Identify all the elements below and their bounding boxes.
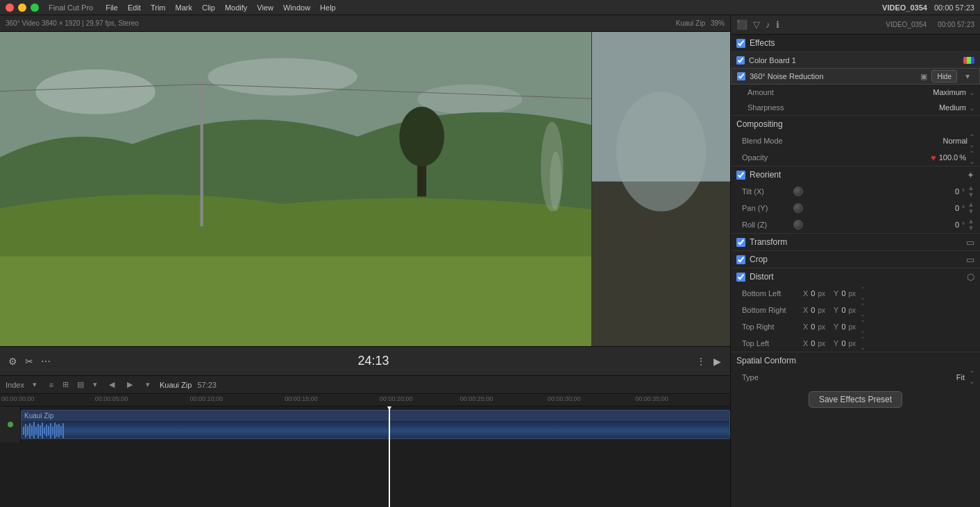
roll-knob[interactable]: [793, 220, 803, 230]
spatial-type-stepper[interactable]: ⌃⌄: [969, 370, 974, 385]
top-left-y-label: Y: [834, 339, 838, 347]
minimize-button[interactable]: [18, 3, 26, 12]
effects-title: Effects: [750, 38, 775, 48]
menu-clip[interactable]: Clip: [202, 3, 215, 12]
save-effects-preset-button[interactable]: Save Effects Preset: [809, 391, 902, 408]
menu-trim[interactable]: Trim: [151, 3, 166, 12]
track-clip[interactable]: Kuaui Zip: [21, 410, 730, 439]
color-board-row: Color Board 1: [731, 51, 980, 68]
timeline-dropdown-icon[interactable]: ▾: [28, 379, 41, 391]
video-canvas: [0, 32, 730, 346]
effect-menu-icon[interactable]: ▾: [961, 70, 974, 83]
settings-icon[interactable]: ⚙: [6, 354, 19, 368]
effects-section-header[interactable]: Effects: [731, 35, 980, 51]
filmstrip-icon[interactable]: ▤: [74, 379, 87, 391]
trim-icon[interactable]: ✂: [22, 354, 36, 368]
maximize-button[interactable]: [31, 3, 39, 12]
sharpness-stepper[interactable]: ⌄: [969, 104, 974, 112]
compositing-header[interactable]: Compositing: [731, 116, 980, 132]
menu-window[interactable]: Window: [283, 3, 310, 12]
bottom-right-x-val: 0: [811, 306, 815, 314]
close-button[interactable]: [6, 3, 14, 12]
crop-header[interactable]: Crop ▭: [731, 251, 980, 268]
menu-mark[interactable]: Mark: [176, 3, 192, 12]
distort-header[interactable]: Distort ⬡: [731, 268, 980, 285]
video-frame-right: [592, 32, 730, 346]
noise-amount-row: Amount Maximum ⌄: [731, 85, 980, 100]
transform-header[interactable]: Transform ▭: [731, 234, 980, 250]
opacity-keyframe-icon[interactable]: ♥: [931, 153, 936, 163]
waveform-bar: [56, 424, 58, 436]
grid-view-icon[interactable]: ⊞: [60, 379, 72, 391]
waveform-bar: [35, 427, 37, 436]
menu-file[interactable]: File: [105, 3, 118, 12]
view-options-icon[interactable]: ⋮: [694, 354, 708, 368]
bottom-left-arrows[interactable]: ⌃⌄: [860, 286, 865, 301]
bottom-right-arrows[interactable]: ⌃⌄: [860, 302, 865, 318]
forward-icon[interactable]: ▶: [124, 379, 136, 391]
top-right-row: Top Right X 0 px Y 0 px ⌃⌄: [731, 318, 980, 335]
zoom-level: 39%: [711, 19, 725, 27]
blend-mode-stepper[interactable]: ⌃⌄: [969, 133, 974, 148]
bottom-right-y-unit: px: [849, 307, 856, 314]
amount-stepper[interactable]: ⌄: [969, 89, 974, 96]
menu-view[interactable]: View: [257, 3, 273, 12]
effects-tab-icon[interactable]: ⬛: [736, 19, 747, 30]
crop-icon: ▭: [966, 255, 974, 265]
back-arrow-icon[interactable]: ◀: [105, 379, 118, 391]
pan-knob[interactable]: [793, 203, 803, 213]
distort-checkbox[interactable]: [736, 273, 745, 282]
compositing-title: Compositing: [736, 119, 783, 129]
menu-edit[interactable]: Edit: [128, 3, 141, 12]
reorient-header[interactable]: Reorient ✦: [731, 166, 980, 183]
top-left-x-unit: px: [818, 340, 825, 347]
effects-panel: Effects Color Board 1 360° Noise Reducti…: [731, 35, 980, 507]
ruler-mark-4: 00:00:20;00: [380, 395, 413, 402]
roll-arrows[interactable]: ▲▼: [968, 218, 974, 232]
document-title: VIDEO_0354: [882, 3, 927, 12]
more-icon[interactable]: ▾: [142, 379, 154, 391]
video-frame-left: [0, 32, 591, 346]
reorient-checkbox[interactable]: [736, 171, 745, 180]
menu-help[interactable]: Help: [320, 3, 336, 12]
spatial-type-value: Fit: [956, 373, 965, 381]
options-icon[interactable]: ⋯: [39, 354, 53, 368]
opacity-stepper[interactable]: ⌃⌄: [969, 150, 974, 165]
info-icon[interactable]: ℹ: [776, 19, 779, 30]
bottom-left-x-label: X: [803, 289, 808, 298]
filter-icon[interactable]: ▽: [753, 19, 760, 30]
ruler-mark-5: 00:00:25;00: [460, 395, 493, 402]
color-board-checkbox[interactable]: [736, 56, 745, 65]
hide-button[interactable]: Hide: [931, 70, 957, 83]
timeline-tracks: Kuaui Zip: [0, 406, 730, 507]
transform-checkbox[interactable]: [736, 238, 745, 247]
track-row-main: Kuaui Zip: [0, 406, 730, 442]
ruler-mark-2: 00:00:10;00: [190, 395, 223, 402]
spatial-conform-header[interactable]: Spatial Conform: [731, 352, 980, 369]
pan-arrows[interactable]: ▲▼: [968, 201, 974, 215]
opacity-row: Opacity ♥ 100.0 % ⌃⌄: [731, 149, 980, 166]
crop-checkbox[interactable]: [736, 255, 745, 264]
tilt-arrows[interactable]: ▲▼: [968, 184, 974, 198]
pan-label: Pan (Y): [742, 204, 791, 212]
noise-reduction-checkbox[interactable]: [737, 72, 745, 80]
top-right-arrows[interactable]: ⌃⌄: [860, 319, 865, 334]
effects-checkbox[interactable]: [736, 39, 745, 48]
transform-icon: ▭: [966, 237, 974, 248]
waveform-bar: [37, 424, 39, 438]
waveform-bar: [54, 422, 56, 439]
tilt-knob[interactable]: [793, 187, 803, 196]
svg-point-2: [208, 58, 357, 96]
spatial-type-label: Type: [742, 373, 954, 381]
amount-value: Maximum: [933, 88, 966, 96]
top-left-arrows[interactable]: ⌃⌄: [860, 336, 865, 351]
clip-waveform: [22, 421, 729, 439]
arrow-icon[interactable]: ▶: [711, 354, 725, 368]
menu-bar: File Edit Trim Mark Clip Modify View Win…: [105, 3, 336, 12]
roll-unit: °: [962, 221, 965, 229]
list-view-icon[interactable]: ≡: [45, 379, 58, 391]
audio-icon[interactable]: ♪: [766, 19, 770, 30]
clip-view-icon[interactable]: ▾: [89, 379, 101, 391]
controls-bar: ⚙ ✂ ⋯ 24:13 ⋮ ▶: [0, 346, 730, 375]
menu-modify[interactable]: Modify: [225, 3, 247, 12]
